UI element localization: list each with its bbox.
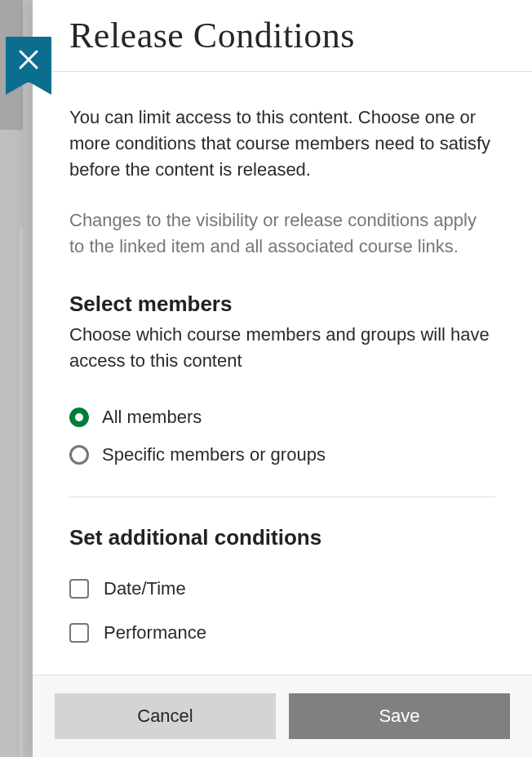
close-button[interactable] [6,37,51,82]
checkbox-date-time[interactable]: Date/Time [69,567,495,611]
intro-text: You can limit access to this content. Ch… [69,105,495,183]
panel-header: Release Conditions [33,0,532,72]
close-icon [18,49,39,70]
checkbox-performance[interactable]: Performance [69,611,495,655]
left-vertical-bar [20,228,23,757]
checkbox-label: Performance [104,622,206,643]
radio-icon [69,407,89,427]
additional-conditions-heading: Set additional conditions [69,525,495,550]
radio-specific-members[interactable]: Specific members or groups [69,436,495,474]
close-tab[interactable] [6,37,51,96]
panel-title: Release Conditions [69,15,495,56]
cancel-button[interactable]: Cancel [55,693,276,739]
visibility-note: Changes to the visibility or release con… [69,207,495,260]
radio-icon [69,445,89,465]
save-button[interactable]: Save [289,693,510,739]
radio-label: Specific members or groups [102,444,326,465]
radio-all-members[interactable]: All members [69,399,495,436]
section-divider [69,497,495,497]
panel-body: You can limit access to this content. Ch… [33,72,532,675]
select-members-heading: Select members [69,292,495,317]
close-flag-decoration [6,82,51,95]
checkbox-icon [69,579,89,599]
backdrop: Release Conditions You can limit access … [0,0,532,757]
checkbox-label: Date/Time [104,578,186,599]
panel-footer: Cancel Save [33,675,532,757]
radio-label: All members [102,407,202,428]
select-members-sub: Choose which course members and groups w… [69,322,495,374]
checkbox-icon [69,623,89,643]
release-conditions-panel: Release Conditions You can limit access … [33,0,532,757]
